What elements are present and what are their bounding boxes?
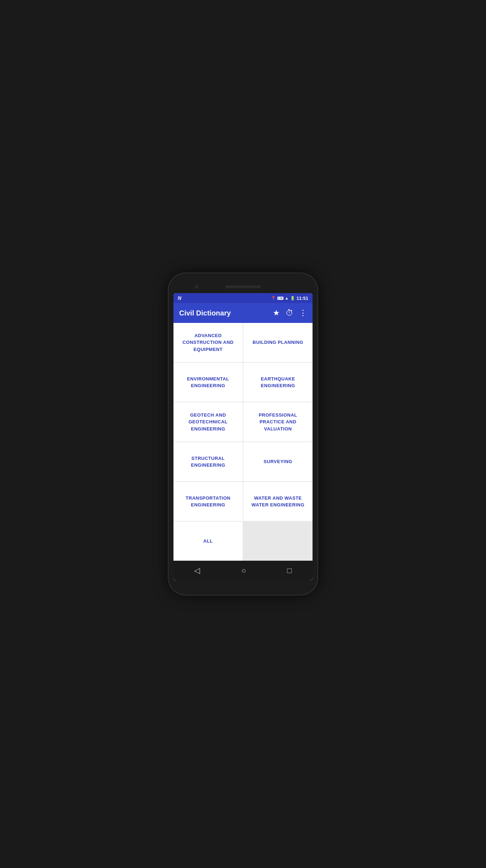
category-cell-building-planning[interactable]: BUILDING PLANNING	[243, 323, 313, 362]
category-cell-transportation-engineering[interactable]: TRANSPORTATION ENGINEERING	[173, 482, 243, 521]
phone-frame: N 📍 LTE ▲ 🔋 11:51 Civil Dictionary ★ ⏱ ⋮…	[169, 273, 317, 595]
notification-icon: N	[178, 295, 181, 301]
category-grid: ADVANCED CONSTRUCTION AND EQUIPMENT BUIL…	[173, 323, 313, 561]
app-bar: Civil Dictionary ★ ⏱ ⋮	[173, 303, 313, 323]
category-cell-all[interactable]: ALL	[173, 522, 243, 561]
front-camera	[195, 285, 198, 289]
status-left: N	[178, 295, 181, 301]
phone-screen: N 📍 LTE ▲ 🔋 11:51 Civil Dictionary ★ ⏱ ⋮…	[173, 293, 313, 581]
history-clock-icon[interactable]: ⏱	[286, 308, 293, 318]
favorites-star-icon[interactable]: ★	[273, 308, 280, 318]
category-cell-professional-practice[interactable]: PROFESSIONAL PRACTICE AND VALUATION	[243, 402, 313, 441]
more-options-icon[interactable]: ⋮	[299, 308, 307, 318]
phone-top	[173, 280, 313, 293]
category-cell-structural-engineering[interactable]: STRUCTURAL ENGINEERING	[173, 442, 243, 481]
status-bar: N 📍 LTE ▲ 🔋 11:51	[173, 293, 313, 303]
app-bar-icons: ★ ⏱ ⋮	[273, 308, 307, 318]
app-title: Civil Dictionary	[179, 309, 273, 317]
location-icon: 📍	[271, 296, 276, 301]
category-cell-earthquake-engineering[interactable]: EARTHQUAKE ENGINEERING	[243, 363, 313, 402]
category-cell-environmental-engineering[interactable]: ENVIRONMENTAL ENGINEERING	[173, 363, 243, 402]
category-cell-empty	[243, 522, 313, 561]
category-cell-surveying[interactable]: SURVEYING	[243, 442, 313, 481]
speaker	[225, 285, 261, 288]
battery-icon: 🔋	[290, 296, 295, 301]
back-button[interactable]: ◁	[187, 563, 207, 578]
recents-button[interactable]: □	[280, 563, 299, 578]
category-cell-water-waste[interactable]: WATER AND WASTE WATER ENGINEERING	[243, 482, 313, 521]
home-button[interactable]: ○	[234, 563, 253, 578]
status-right: 📍 LTE ▲ 🔋 11:51	[271, 296, 308, 301]
category-cell-geotech-engineering[interactable]: GEOTECH AND GEOTECHNICAL ENGINEERING	[173, 402, 243, 441]
bottom-navigation: ◁ ○ □	[173, 561, 313, 581]
signal-icon: ▲	[285, 296, 289, 300]
phone-bottom	[173, 581, 313, 588]
lte-badge: LTE	[277, 297, 283, 300]
category-cell-advanced-construction[interactable]: ADVANCED CONSTRUCTION AND EQUIPMENT	[173, 323, 243, 362]
status-time: 11:51	[297, 296, 308, 301]
